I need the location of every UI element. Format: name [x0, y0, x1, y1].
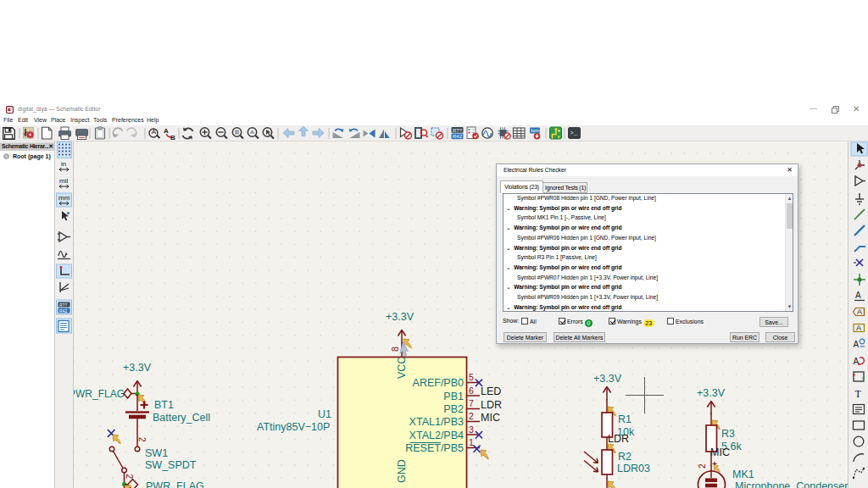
svg-text:R??: R??: [59, 302, 67, 308]
svg-text:5: 5: [469, 372, 474, 382]
svg-text:R42: R42: [59, 308, 67, 313]
svg-text:RESET/PB5: RESET/PB5: [405, 442, 464, 454]
svg-text:in: in: [61, 160, 66, 168]
svg-text:2: 2: [469, 411, 474, 421]
svg-text:A: A: [856, 324, 861, 332]
svg-text:Battery_Cell: Battery_Cell: [153, 412, 210, 424]
svg-text:LED: LED: [481, 385, 501, 397]
svg-text:PWR_FLAG: PWR_FLAG: [146, 480, 204, 488]
svg-text:2: 2: [137, 437, 147, 442]
svg-text:BT1: BT1: [154, 399, 174, 411]
svg-text:mil: mil: [59, 177, 68, 185]
svg-text:R2: R2: [618, 451, 632, 463]
svg-text:ATtiny85V−10P: ATtiny85V−10P: [257, 421, 330, 433]
svg-text:+3.3V: +3.3V: [386, 311, 415, 323]
svg-text:2: 2: [698, 463, 707, 469]
svg-text:R1: R1: [618, 413, 632, 425]
svg-text:3: 3: [469, 424, 474, 435]
svg-text:LDR03: LDR03: [617, 463, 650, 474]
svg-text:A: A: [857, 308, 862, 316]
svg-text:7: 7: [469, 398, 474, 408]
svg-text:A: A: [854, 340, 860, 349]
svg-text:PWR_FLAG: PWR_FLAG: [74, 388, 125, 400]
svg-text:GND: GND: [396, 459, 408, 483]
svg-text:XTAL2/PB4: XTAL2/PB4: [409, 430, 464, 441]
svg-text:+3.3V: +3.3V: [697, 387, 726, 399]
svg-text:+3.3V: +3.3V: [123, 362, 152, 374]
svg-text:mm: mm: [58, 194, 70, 202]
svg-text:MIC: MIC: [481, 412, 500, 424]
svg-text:+3.3V: +3.3V: [593, 373, 622, 385]
svg-text:LDR: LDR: [481, 399, 502, 411]
svg-text:PB1: PB1: [443, 391, 464, 402]
svg-text:R42: R42: [453, 134, 463, 139]
svg-text:A: A: [164, 127, 169, 135]
svg-text:2: 2: [125, 474, 134, 480]
svg-text:LDR: LDR: [608, 433, 629, 445]
svg-text:VCC: VCC: [396, 357, 408, 379]
svg-text:U1: U1: [318, 408, 331, 420]
svg-text:XTAL1/PB3: XTAL1/PB3: [409, 416, 464, 428]
svg-text:SW_SPDT: SW_SPDT: [145, 459, 197, 471]
svg-text:A: A: [855, 291, 861, 300]
svg-text:T: T: [855, 388, 862, 400]
svg-text:>_: >_: [570, 130, 578, 136]
svg-text:MIC: MIC: [710, 446, 730, 458]
svg-text:6: 6: [469, 385, 474, 396]
svg-text:AREF/PB0: AREF/PB0: [413, 377, 464, 389]
svg-text:MK1: MK1: [732, 469, 754, 480]
svg-text:bom: bom: [531, 128, 540, 133]
svg-text:8: 8: [390, 347, 400, 352]
svg-text:PB2: PB2: [443, 403, 464, 415]
svg-text:A: A: [152, 128, 157, 136]
svg-text:R3: R3: [721, 428, 735, 440]
svg-text:SW1: SW1: [145, 447, 168, 459]
svg-text:Microphone_Condenser: Microphone_Condenser: [735, 480, 848, 488]
svg-text:R??: R??: [453, 128, 463, 133]
